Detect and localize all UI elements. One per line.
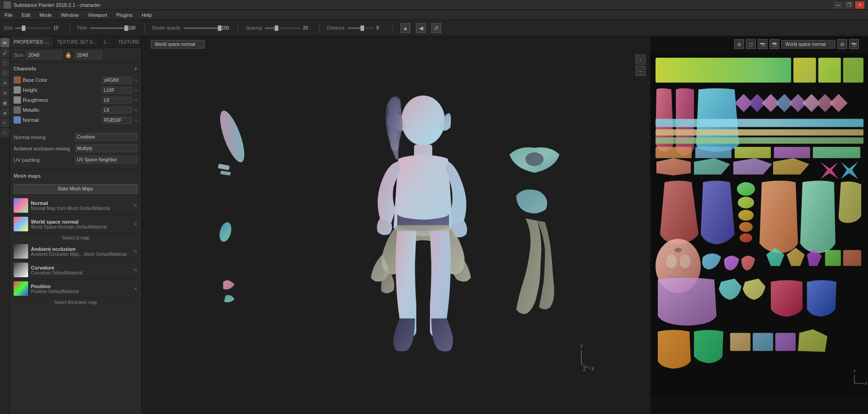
titlebar: Substance Painter 2018.2.1 - character —… <box>0 0 868 10</box>
meshmap-position-name: Position <box>31 284 131 289</box>
size-slider-container: 10 <box>15 25 62 30</box>
meshmap-ao-close-icon[interactable]: ✕ <box>133 249 138 254</box>
tab-texture-set[interactable]: TEXTURE SET S... <box>54 36 101 48</box>
maximize-button[interactable]: ❐ <box>844 1 853 9</box>
normal-label: Normal <box>23 117 100 123</box>
mirror-btn-3[interactable]: ↺ <box>431 23 441 33</box>
fill-tool-icon[interactable]: ▣ <box>0 98 10 107</box>
size-slider[interactable] <box>15 27 51 29</box>
meshmap-position-thumb <box>14 281 28 296</box>
ambient-occlusion-label: Ambient occlusion mixing <box>14 146 72 151</box>
menu-help[interactable]: Help <box>137 11 157 19</box>
svg-text:X: X <box>592 366 595 371</box>
normal-swatch <box>14 116 21 124</box>
meshmap-position-close-icon[interactable]: ✕ <box>133 286 138 292</box>
size-row: Size 2048 1024 4096 🔒 <box>10 48 141 62</box>
size-select[interactable]: 2048 1024 4096 <box>26 51 62 59</box>
channels-add-icon[interactable]: + <box>134 65 138 72</box>
meshmap-wsn-thumb <box>14 217 28 231</box>
meshmap-curvature-thumb <box>14 263 28 277</box>
metallic-format[interactable]: L8 <box>102 107 132 114</box>
size-label: Size <box>4 25 12 30</box>
window-controls[interactable]: — ❐ ✕ <box>833 1 864 9</box>
normal-format[interactable]: RGB16F <box>102 117 132 124</box>
normal-remove-icon[interactable]: – <box>134 117 138 123</box>
svg-rect-22 <box>656 119 863 127</box>
tab-texture[interactable]: TEXTURE ... ✕ <box>114 36 142 48</box>
spacing-slider-container: 20 <box>265 25 312 30</box>
select-thickness-map-button[interactable]: Select thickness map <box>14 298 138 307</box>
smudge-tool-icon[interactable]: ≋ <box>0 88 10 97</box>
stroke-opacity-label: Stroke opacity <box>152 25 181 30</box>
mask-tool-icon[interactable]: ⬭ <box>0 128 10 137</box>
svg-rect-28 <box>774 147 810 158</box>
roughness-swatch <box>14 96 21 104</box>
menu-edit[interactable]: Edit <box>17 11 35 19</box>
spacing-value: 20 <box>303 25 312 30</box>
stroke-opacity-slider[interactable] <box>183 27 220 29</box>
tab-properties[interactable]: PROPERTIES -... <box>10 36 54 48</box>
minimize-button[interactable]: — <box>833 1 843 9</box>
height-remove-icon[interactable]: – <box>134 87 138 93</box>
metallic-remove-icon[interactable]: – <box>134 107 138 113</box>
size-value: 10 <box>53 25 62 30</box>
menu-window[interactable]: Window <box>56 11 83 19</box>
meshmap-normal-desc: Normal Map from Mesh DefaultMaterial <box>31 206 131 211</box>
ambient-occlusion-input <box>75 145 138 152</box>
meshmap-ao-thumb <box>14 244 28 259</box>
paint-tool-icon[interactable]: 🖌 <box>0 48 10 57</box>
mirror-btn-2[interactable]: ◀ <box>416 23 426 33</box>
close-button[interactable]: ✕ <box>855 1 864 9</box>
tab-layers[interactable]: L... <box>100 36 114 48</box>
roughness-format[interactable]: L8 <box>102 97 132 104</box>
svg-rect-19 <box>794 58 816 83</box>
normal-mixing-select[interactable]: Combine <box>75 133 138 141</box>
left-viewport-dropdown[interactable]: World space normal <box>151 40 205 49</box>
lock-icon[interactable]: 🔒 <box>65 52 72 58</box>
separator-5 <box>393 23 393 34</box>
spacing-slider[interactable] <box>265 27 301 29</box>
flow-slider[interactable] <box>90 27 126 29</box>
select-id-map-button[interactable]: Select id map <box>14 234 138 242</box>
distance-slider-container: 8 <box>347 25 385 30</box>
basecolor-format[interactable]: sRGB8 <box>102 77 132 84</box>
app-icon <box>4 1 11 9</box>
erase-tool-icon[interactable]: ◻ <box>0 58 10 67</box>
svg-rect-26 <box>695 147 732 158</box>
meshmap-curvature-info: Curvature Curvature DefaultMaterial <box>31 265 131 275</box>
separator-2 <box>144 23 145 34</box>
roughness-label: Roughness <box>23 97 100 103</box>
menu-viewport[interactable]: Viewport <box>83 11 112 19</box>
menu-plugins[interactable]: Plugins <box>112 11 137 19</box>
material-tool-icon[interactable]: ◈ <box>0 108 10 117</box>
meshmap-wsn: World space normal World Space Normals D… <box>14 215 138 234</box>
meshmap-ao-info: Ambient occlusion Ambient Occlusion Map.… <box>31 246 131 257</box>
svg-rect-39 <box>825 250 841 266</box>
viewport-area[interactable]: World space normal ⊞ ◻ 📷 📸 World space n… <box>142 36 868 414</box>
meshmap-curvature-close-icon[interactable]: ✕ <box>133 267 138 273</box>
clone-tool-icon[interactable]: ⊕ <box>0 78 10 87</box>
meshmap-curvature: Curvature Curvature DefaultMaterial ✕ <box>14 261 138 279</box>
size-input[interactable] <box>74 51 102 59</box>
metallic-label: Metallic <box>23 107 100 113</box>
mirror-btn-1[interactable]: ▲ <box>400 23 410 33</box>
meshmap-wsn-close-icon[interactable]: ✕ <box>133 221 138 227</box>
basecolor-remove-icon[interactable]: – <box>134 77 138 83</box>
height-format[interactable]: L16F <box>102 87 132 94</box>
uv-padding-select[interactable]: UV Space Neighbor <box>75 156 138 164</box>
bake-mesh-maps-button[interactable]: Bake Mesh Maps <box>14 184 138 194</box>
select-tool-icon[interactable]: ⬡ <box>0 68 10 77</box>
left-toolbar: ✏ 🖌 ◻ ⬡ ⊕ ≋ ▣ ◈ ≡ ⬭ <box>0 36 10 414</box>
menu-mode[interactable]: Mode <box>35 11 57 19</box>
menu-file[interactable]: File <box>0 11 17 19</box>
uv-viewport[interactable]: Y X <box>650 36 868 414</box>
separator-1 <box>69 23 70 34</box>
distance-value: 8 <box>376 25 385 30</box>
meshmap-normal-close-icon[interactable]: ✕ <box>133 203 138 209</box>
meshmap-normal-name: Normal <box>31 200 131 206</box>
right-viewport-dropdown[interactable]: World space normal <box>781 40 835 49</box>
roughness-remove-icon[interactable]: – <box>134 97 138 103</box>
distance-slider[interactable] <box>347 27 375 29</box>
brush-tool-icon[interactable]: ✏ <box>0 38 10 47</box>
layers-tool-icon[interactable]: ≡ <box>0 118 10 127</box>
